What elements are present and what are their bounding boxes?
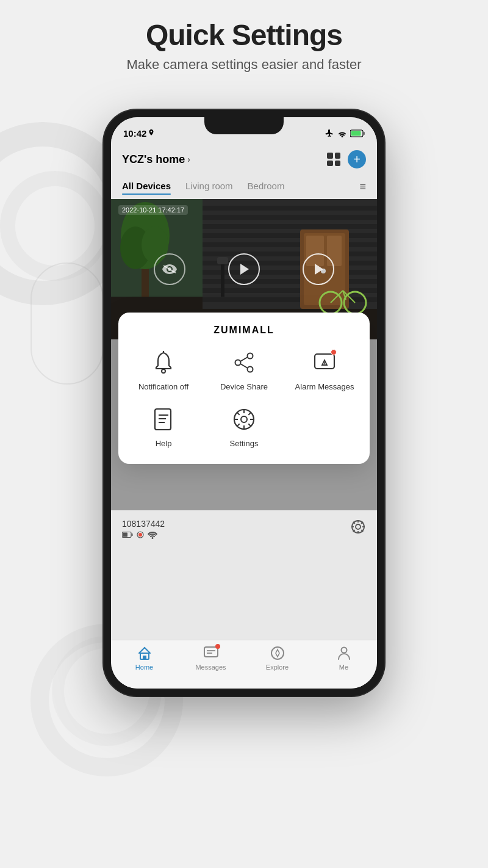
- device-status-icons: [122, 531, 165, 539]
- status-time: 10:42: [123, 128, 154, 139]
- bottom-nav-me[interactable]: Me: [310, 645, 377, 671]
- airplane-icon: [325, 129, 334, 137]
- alarm-messages-label: Alarm Messages: [295, 382, 354, 392]
- tabs-bar: All Devices Living room Bedroom ≡: [111, 175, 377, 199]
- modal-item-device-share[interactable]: Device Share: [209, 348, 279, 392]
- help-label: Help: [156, 439, 172, 449]
- device-left-info: 108137442: [122, 519, 165, 539]
- svg-rect-62: [132, 533, 133, 536]
- play-button[interactable]: [228, 253, 260, 285]
- gear-circle-icon: [232, 408, 256, 431]
- home-title-chevron: ›: [187, 154, 190, 164]
- svg-marker-35: [315, 264, 323, 275]
- help-doc-icon: [152, 408, 174, 431]
- explore-nav-icon: [270, 645, 285, 661]
- modal-item-alarm-messages[interactable]: Alarm Messages: [289, 348, 360, 392]
- svg-line-59: [237, 424, 240, 426]
- settings-icon-wrapper: [229, 405, 259, 434]
- svg-rect-77: [143, 656, 146, 659]
- me-nav-icon: [336, 645, 352, 661]
- svg-line-41: [240, 357, 248, 361]
- bottom-nav-home[interactable]: Home: [111, 645, 178, 671]
- quick-settings-modal: ZUMIMALL Notification off: [118, 313, 370, 464]
- modal-grid-row1: Notification off Device Share: [128, 348, 360, 392]
- modal-item-empty: [289, 405, 360, 449]
- eye-icon: [162, 264, 177, 274]
- bell-off-icon: [152, 350, 175, 375]
- modal-item-notification-off[interactable]: Notification off: [128, 348, 199, 392]
- svg-point-67: [356, 524, 361, 529]
- explore-nav-label: Explore: [266, 664, 289, 671]
- battery-icon: [350, 129, 365, 137]
- gear-icon: [350, 519, 366, 535]
- svg-point-40: [248, 367, 253, 372]
- phone-notch: [204, 117, 284, 134]
- location-icon: [148, 129, 154, 137]
- compass-icon: [270, 646, 285, 660]
- alarm-messages-icon-wrapper: [310, 348, 339, 377]
- svg-rect-1: [364, 132, 365, 135]
- svg-line-42: [240, 364, 248, 368]
- device-share-icon-wrapper: [229, 348, 259, 377]
- nav-icons: +: [327, 150, 366, 168]
- play-icon: [238, 262, 250, 276]
- tabs-menu-icon[interactable]: ≡: [359, 181, 366, 193]
- settings-label: Settings: [230, 439, 259, 449]
- bottom-nav: Home Messages: [111, 640, 377, 689]
- phone-frame: 10:42: [104, 110, 384, 696]
- modal-item-settings[interactable]: Settings: [209, 405, 279, 449]
- svg-line-58: [248, 424, 251, 426]
- play-icon-2: [312, 262, 325, 276]
- svg-rect-63: [123, 533, 127, 537]
- eye-button[interactable]: [154, 253, 185, 285]
- bottom-nav-messages[interactable]: Messages: [178, 645, 244, 671]
- modal-grid-row2: Help: [128, 405, 360, 449]
- home-title[interactable]: YCZ's home ›: [122, 153, 190, 166]
- device-id: 108137442: [122, 519, 165, 529]
- device-gear-icon[interactable]: [350, 519, 366, 538]
- share-icon: [232, 351, 256, 374]
- play-button-2[interactable]: [303, 253, 334, 285]
- svg-point-39: [235, 360, 241, 366]
- modal-brand: ZUMIMALL: [128, 325, 360, 336]
- me-nav-label: Me: [339, 664, 348, 671]
- person-icon: [337, 646, 351, 660]
- svg-point-46: [324, 364, 325, 366]
- alarm-badge: [331, 349, 337, 355]
- messages-nav-label: Messages: [195, 664, 226, 671]
- tab-living-room[interactable]: Living room: [185, 181, 233, 193]
- page-title: Quick Settings: [0, 18, 488, 52]
- record-dot-icon: [137, 531, 144, 538]
- header-section: Quick Settings Make camera settings easi…: [0, 18, 488, 73]
- svg-marker-82: [276, 649, 279, 657]
- status-icons: [325, 129, 365, 137]
- bottom-nav-explore[interactable]: Explore: [244, 645, 310, 671]
- notification-off-label: Notification off: [138, 382, 188, 392]
- page-subtitle: Make camera settings easier and faster: [0, 57, 488, 73]
- svg-point-36: [162, 369, 165, 373]
- svg-rect-78: [204, 647, 218, 657]
- tab-bedroom[interactable]: Bedroom: [248, 181, 285, 193]
- house-icon: [137, 646, 152, 660]
- grid-view-icon[interactable]: [327, 153, 340, 166]
- svg-marker-34: [240, 264, 249, 275]
- device-info-bar: 108137442: [111, 510, 377, 547]
- device-wifi-icon: [148, 531, 157, 539]
- notification-off-icon-wrapper: [149, 348, 178, 377]
- svg-rect-2: [351, 131, 361, 136]
- bg-decoration-line: [30, 262, 104, 385]
- messages-nav-icon: [203, 645, 219, 661]
- messages-badge: [215, 644, 220, 649]
- svg-point-65: [138, 533, 142, 537]
- tab-all-devices[interactable]: All Devices: [122, 181, 171, 193]
- device-share-label: Device Share: [220, 382, 268, 392]
- add-device-button[interactable]: +: [348, 150, 366, 168]
- svg-line-60: [248, 413, 251, 415]
- help-icon-wrapper: [149, 405, 178, 434]
- nav-bar: YCZ's home › +: [111, 144, 377, 175]
- home-nav-label: Home: [135, 664, 153, 671]
- device-battery-icon: [122, 532, 133, 538]
- svg-point-83: [341, 648, 346, 653]
- modal-item-help[interactable]: Help: [128, 405, 199, 449]
- svg-point-38: [248, 353, 253, 359]
